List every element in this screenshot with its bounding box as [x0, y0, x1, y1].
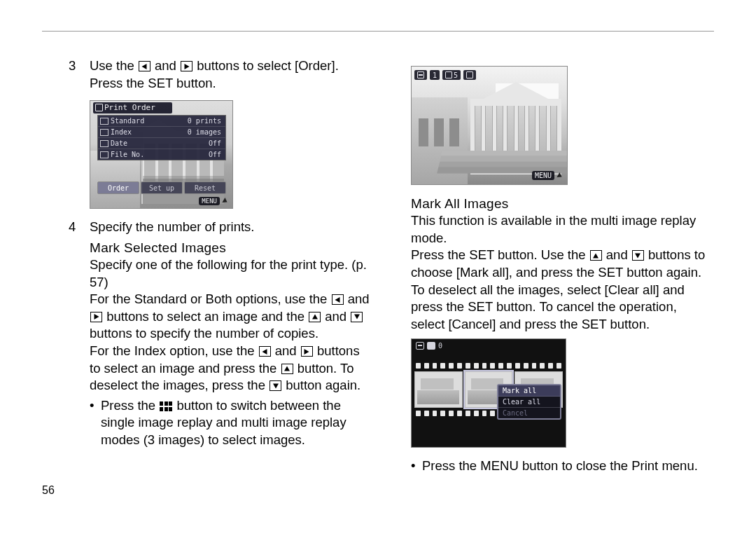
hud-copies: 5 — [442, 70, 461, 80]
left-para1: Specify one of the following for the pri… — [90, 256, 372, 291]
lcd-single-image: 1 5 MENU — [411, 66, 568, 185]
arrow-down-icon — [632, 250, 644, 261]
lcd2-menu-hint: MENU — [532, 171, 563, 180]
lcd1-row-date: DateOff — [98, 138, 225, 149]
return-arrow-icon — [556, 172, 563, 179]
step-4-number: 4 — [69, 219, 90, 236]
step-3-text-b: and — [151, 58, 180, 73]
lcd3-popup-menu: Mark all Clear all Cancel — [497, 384, 561, 420]
menu-badge: MENU — [199, 197, 220, 205]
print-icon — [414, 70, 427, 80]
arrow-up-icon — [309, 312, 321, 322]
return-arrow-icon — [222, 198, 228, 205]
print-icon — [416, 342, 424, 350]
hud-image-num: 1 — [430, 70, 440, 80]
arrow-up-icon — [281, 364, 293, 374]
right-para1: This function is available in the multi … — [411, 212, 714, 247]
image-badge-icon — [427, 342, 435, 350]
lcd1-title: Print Order — [93, 102, 172, 114]
arrow-up-icon — [590, 250, 602, 261]
heading-mark-all: Mark All Images — [411, 195, 714, 212]
arrow-left-icon — [139, 61, 150, 71]
page-rule — [42, 31, 714, 32]
right-column: 1 5 MENU Mark All Images This function i… — [411, 57, 714, 475]
step-4: 4 Specify the number of prints. — [69, 219, 372, 236]
lcd1-tabs: Order Set up Reset — [97, 181, 226, 194]
right-para2: Press the SET button. Use the and button… — [411, 247, 714, 281]
heading-mark-selected: Mark Selected Images — [90, 239, 372, 256]
lcd1-tab-setup: Set up — [141, 181, 183, 194]
lcd3-hud: 0 — [416, 342, 442, 350]
lcd1-tab-reset: Reset — [184, 181, 226, 194]
lcd-mark-all-menu: 0 Mark all Clear all Cancel — [411, 338, 566, 448]
lcd1-tab-order: Order — [97, 181, 139, 194]
lcd-print-order: Print Order Standard0 prints Index0 imag… — [90, 100, 233, 209]
lcd1-row-fileno: File No.Off — [98, 149, 225, 160]
left-para3: For the Index option, use the and button… — [90, 343, 372, 394]
step-3: 3 Use the and buttons to select [Order].… — [69, 57, 372, 92]
lcd3-menu-mark-all: Mark all — [498, 385, 560, 397]
step-3-text-a: Use the — [90, 58, 138, 73]
multi-replay-icon — [160, 401, 172, 411]
arrow-right-icon — [181, 61, 192, 71]
lcd2-hud: 1 5 — [414, 69, 476, 81]
lcd1-row-index: Index0 images — [98, 127, 225, 138]
lcd1-menu-hint: MENU — [199, 197, 228, 205]
lcd1-row-standard: Standard0 prints — [98, 116, 225, 127]
right-bullet-1: • Press the MENU button to close the Pri… — [411, 458, 714, 475]
step-3-number: 3 — [69, 57, 90, 92]
left-column: 3 Use the and buttons to select [Order].… — [69, 57, 372, 475]
arrow-right-icon — [90, 312, 102, 322]
arrow-right-icon — [301, 346, 313, 357]
film-frame — [414, 371, 463, 408]
step-3-text: Use the and buttons to select [Order]. P… — [90, 57, 372, 92]
hud-grid-icon — [463, 70, 476, 80]
step-4-text: Specify the number of prints. — [90, 219, 372, 236]
lcd3-menu-clear-all: Clear all — [498, 397, 560, 408]
page-content: 3 Use the and buttons to select [Order].… — [69, 57, 714, 475]
left-bullet-1: • Press the button to switch between the… — [90, 397, 372, 449]
lcd3-count: 0 — [438, 342, 442, 350]
lcd3-menu-cancel: Cancel — [498, 408, 560, 418]
arrow-down-icon — [351, 312, 363, 322]
lcd1-rows: Standard0 prints Index0 images DateOff F… — [97, 115, 226, 160]
arrow-left-icon — [332, 294, 344, 305]
arrow-down-icon — [270, 380, 281, 391]
right-para3: To deselect all the images, select [Clea… — [411, 282, 714, 334]
page-number: 56 — [42, 484, 55, 497]
menu-badge: MENU — [532, 171, 554, 180]
left-para2: For the Standard or Both options, use th… — [90, 291, 372, 343]
arrow-left-icon — [259, 346, 271, 357]
